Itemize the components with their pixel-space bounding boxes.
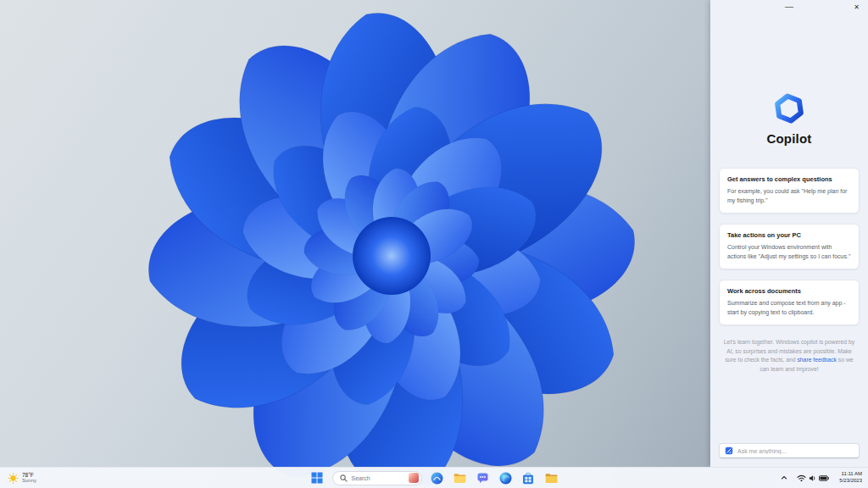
copilot-panel-titlebar: — ✕ [710,0,868,17]
suggestion-card-documents[interactable]: Work across documents Summarize and comp… [719,280,860,325]
edge-icon[interactable] [498,470,514,486]
copilot-panel: — ✕ Copilot Get answers to complex quest… [710,0,868,467]
taskbar-center: Search [309,470,559,486]
weather-text: 78°F Sunny [22,472,36,485]
chat-icon[interactable] [475,470,491,486]
share-feedback-link[interactable]: share feedback [797,357,836,363]
file-explorer-icon[interactable] [452,470,468,486]
start-button[interactable] [309,470,326,486]
search-icon [340,474,348,482]
taskbar-copilot-icon[interactable] [429,470,445,486]
volume-icon [809,474,816,482]
battery-icon [819,475,829,481]
system-tray: 11:11 AM 5/23/2023 [779,468,865,488]
minimize-button[interactable]: — [782,1,797,13]
search-box[interactable]: Search [332,471,422,485]
close-button[interactable]: ✕ [851,3,862,13]
tray-status-icons[interactable] [794,473,832,484]
tray-date: 5/23/2023 [839,478,862,485]
card-title: Work across documents [727,287,851,295]
tray-chevron-up-icon[interactable] [779,473,789,483]
weather-widget[interactable]: 78°F Sunny [4,468,40,488]
suggestion-card-actions[interactable]: Take actions on your PC Control your Win… [719,224,860,269]
copilot-input-box[interactable] [719,443,860,458]
weather-temperature: 78°F [22,472,36,479]
search-highlight-icon [409,473,419,483]
suggestion-card-answers[interactable]: Get answers to complex questions For exa… [719,168,860,214]
card-title: Get answers to complex questions [727,175,851,183]
bloom-wallpaper-art [95,10,688,485]
copilot-title: Copilot [710,131,868,146]
card-body: Summarize and compose text from any app … [727,299,851,317]
windows-logo-icon [311,472,323,484]
search-placeholder: Search [352,475,404,481]
card-title: Take actions on your PC [727,231,851,239]
compose-icon [725,446,733,455]
clock[interactable]: 11:11 AM 5/23/2023 [837,470,865,485]
ai-disclaimer: Let's learn together. Windows copilot is… [723,338,855,374]
weather-condition: Sunny [22,478,36,484]
suggestion-cards: Get answers to complex questions For exa… [719,168,860,325]
folder-icon[interactable] [543,470,559,486]
desktop-screen: — ✕ Copilot Get answers to complex quest… [0,0,868,488]
tray-time: 11:11 AM [839,471,862,478]
ask-input[interactable] [737,448,854,454]
card-body: Control your Windows environment with ac… [727,243,851,261]
sun-icon [8,473,19,484]
card-body: For example, you could ask "Help me plan… [727,187,851,205]
taskbar: 78°F Sunny Searc [0,467,868,488]
copilot-logo-icon [774,93,804,124]
wifi-icon [797,474,806,482]
store-icon[interactable] [520,470,537,486]
